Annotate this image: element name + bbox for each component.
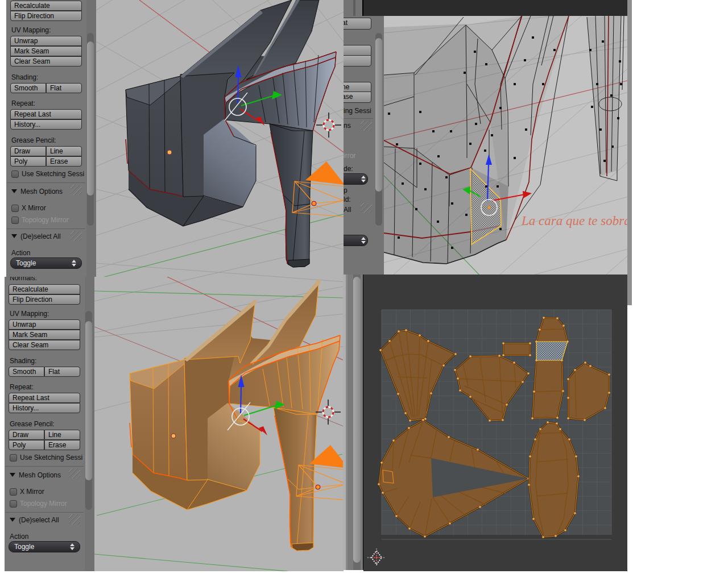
svg-text:La cara que te sobra: La cara que te sobra	[521, 214, 627, 228]
